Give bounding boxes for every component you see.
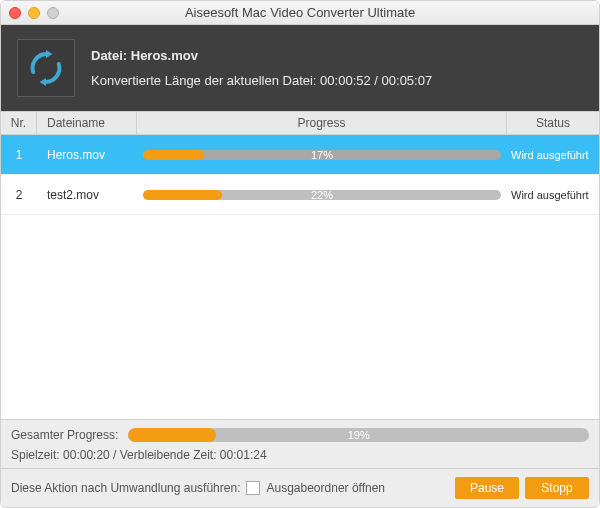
elapsed-value: 00:00:20 [63, 448, 110, 462]
column-progress: Progress [137, 112, 507, 134]
row-filename: test2.mov [37, 188, 137, 202]
footer: Gesamter Progress: 19% Spielzeit: 00:00:… [1, 419, 599, 507]
progress-fill [143, 190, 222, 200]
overall-progress-row: Gesamter Progress: 19% [1, 420, 599, 446]
convert-icon [17, 39, 75, 97]
progress-bar: 22% [143, 190, 501, 200]
overall-progress-percent: 19% [128, 429, 589, 441]
timing-row: Spielzeit: 00:00:20 / Verbleibende Zeit:… [1, 446, 599, 469]
actions-row: Diese Aktion nach Umwandlung ausführen: … [1, 469, 599, 507]
svg-marker-0 [46, 50, 52, 58]
elapsed-label: Spielzeit: [11, 448, 60, 462]
svg-marker-1 [40, 78, 46, 86]
row-progress: 22% [137, 190, 507, 200]
remaining-value: 00:01:24 [220, 448, 267, 462]
progress-bar: 17% [143, 150, 501, 160]
converted-current: 00:00:52 [320, 73, 371, 88]
window-title: Aiseesoft Mac Video Converter Ultimate [1, 5, 599, 20]
overall-progress-label: Gesamter Progress: [11, 428, 118, 442]
window-controls [9, 7, 59, 19]
minimize-icon[interactable] [28, 7, 40, 19]
table-row[interactable]: 2 test2.mov 22% Wird ausgeführt [1, 175, 599, 215]
row-status: Wird ausgeführt [507, 149, 599, 161]
row-nr: 2 [1, 188, 37, 202]
file-label: Datei: [91, 48, 127, 63]
app-window: Aiseesoft Mac Video Converter Ultimate D… [0, 0, 600, 508]
close-icon[interactable] [9, 7, 21, 19]
titlebar: Aiseesoft Mac Video Converter Ultimate [1, 1, 599, 25]
file-list: 1 Heros.mov 17% Wird ausgeführt 2 test2.… [1, 135, 599, 419]
zoom-icon[interactable] [47, 7, 59, 19]
converted-length-label: Konvertierte Länge der aktuellen Datei: [91, 73, 316, 88]
after-action-label: Diese Aktion nach Umwandlung ausführen: [11, 481, 240, 495]
file-name: Heros.mov [131, 48, 198, 63]
current-file-panel: Datei: Heros.mov Konvertierte Länge der … [1, 25, 599, 111]
stop-button[interactable]: Stopp [525, 477, 589, 499]
progress-fill [143, 150, 204, 160]
row-progress: 17% [137, 150, 507, 160]
open-folder-checkbox[interactable] [246, 481, 260, 495]
remaining-label: Verbleibende Zeit: [120, 448, 217, 462]
row-nr: 1 [1, 148, 37, 162]
row-status: Wird ausgeführt [507, 189, 599, 201]
open-folder-label: Ausgabeordner öffnen [266, 481, 385, 495]
column-status: Status [507, 112, 599, 134]
overall-progress-bar: 19% [128, 428, 589, 442]
converted-total: 00:05:07 [382, 73, 433, 88]
column-headers: Nr. Dateiname Progress Status [1, 111, 599, 135]
current-file-info: Datei: Heros.mov Konvertierte Länge der … [91, 48, 432, 88]
table-row[interactable]: 1 Heros.mov 17% Wird ausgeführt [1, 135, 599, 175]
row-filename: Heros.mov [37, 148, 137, 162]
column-filename: Dateiname [37, 112, 137, 134]
column-nr: Nr. [1, 112, 37, 134]
pause-button[interactable]: Pause [455, 477, 519, 499]
